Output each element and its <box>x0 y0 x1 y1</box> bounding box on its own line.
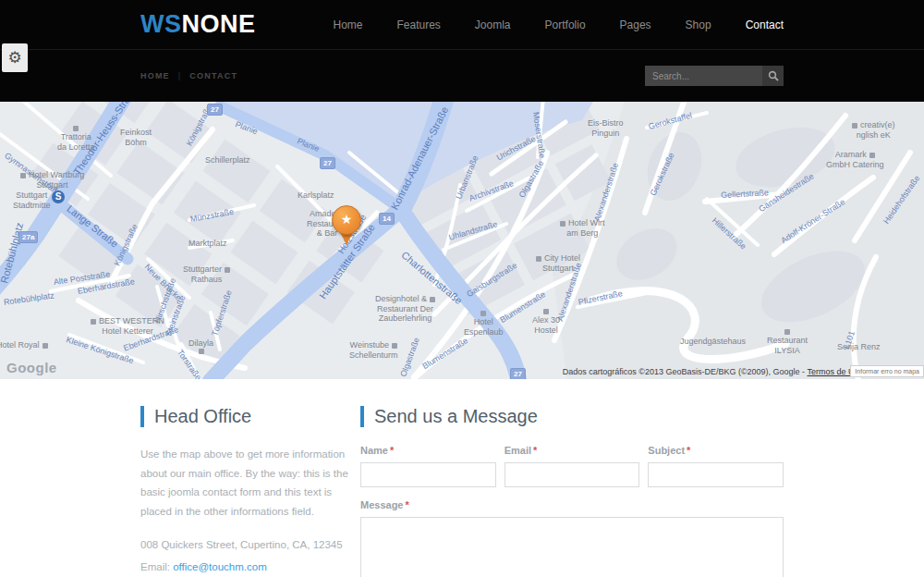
poi-label: Designhotel &Restaurant DerZauberlehrlin… <box>375 294 435 324</box>
message-field: Message* <box>360 499 784 577</box>
hotel-icon <box>91 319 96 325</box>
hotel-icon <box>560 221 565 227</box>
road-label: Gellertstraße <box>721 188 769 200</box>
main-nav: HomeFeaturesJoomlaPortfolioPagesShopCont… <box>333 18 784 31</box>
route-badge-27a: 27a <box>18 231 38 243</box>
road-label: Münzstraße <box>189 207 235 224</box>
office-address: 008 Quickers Street, Cupertino, CA, 1234… <box>140 534 347 556</box>
poi-label: Jugendgästehaus <box>680 337 746 347</box>
poi-label: HotelEspenlaub <box>464 311 504 337</box>
poi-label: Trattoriada Loretta <box>57 126 95 152</box>
hotel-icon <box>43 343 48 349</box>
name-field: Name* <box>360 445 496 487</box>
route-badge-27: 27 <box>320 157 335 169</box>
name-label: Name* <box>360 445 496 456</box>
name-input[interactable] <box>360 462 496 487</box>
poi-label: Hotel Royal <box>0 340 48 350</box>
office-email-line: Email: office@touchm.com <box>140 556 347 577</box>
hotel-icon <box>536 256 541 262</box>
road-label: Adolf-Kröner-Straße <box>779 197 846 245</box>
site-header: WSNONE HomeFeaturesJoomlaPortfolioPagesS… <box>0 0 924 102</box>
restaurant-icon <box>392 343 397 349</box>
road-label: Moserstraße <box>531 111 547 158</box>
required-asterisk: * <box>405 499 408 510</box>
map-marker-head-office[interactable]: ★ <box>332 205 361 235</box>
route-badge-14: 14 <box>379 213 395 225</box>
subject-label: Subject* <box>648 445 784 456</box>
poi-label: Hotel WartburgStuttgart <box>20 170 84 190</box>
hotel-icon <box>480 311 486 316</box>
restaurant-icon <box>73 126 79 131</box>
road-label: Lange Straße <box>65 203 120 249</box>
hotel-icon <box>543 309 549 314</box>
breadcrumb: HOME|CONTACT <box>140 71 237 80</box>
required-asterisk: * <box>390 445 394 456</box>
poi-label: Hotel Wirtam Berg <box>560 218 605 238</box>
email-input[interactable] <box>505 462 640 487</box>
road-label: Olgastraße <box>398 336 421 377</box>
road-label: Heidehofstraße <box>881 174 921 226</box>
poi-label: RestaurantILYSIA <box>767 329 808 355</box>
nav-item-home[interactable]: Home <box>333 18 362 31</box>
report-map-error-link[interactable]: Informar erro no mapa <box>850 365 924 377</box>
subject-input[interactable] <box>648 462 784 487</box>
email-label: Email* <box>505 445 640 456</box>
content-section: Head Office Use the map above to get mor… <box>0 379 924 577</box>
road-label: Planie <box>296 136 321 153</box>
restaurant-icon <box>784 329 790 335</box>
map-labels-layer: Theodor-Heuss-StraßeGymnasiumstraßeKönig… <box>0 102 924 379</box>
message-textarea[interactable] <box>360 517 784 577</box>
email-field: Email* <box>505 445 640 487</box>
town-hall-icon <box>225 267 230 273</box>
poi-label: Sonja Renz <box>837 342 881 352</box>
sbahn-logo: S <box>52 190 65 203</box>
required-asterisk: * <box>687 445 690 456</box>
restaurant-icon <box>869 153 875 158</box>
company-icon <box>852 123 857 129</box>
contact-form-column: Send us a Message Name*Email*Subject* Me… <box>360 406 784 577</box>
contact-form-title: Send us a Message <box>360 406 784 427</box>
road-label: Hillerstraße <box>711 215 748 251</box>
search-button[interactable] <box>762 66 784 86</box>
required-asterisk: * <box>533 445 537 456</box>
road-label: Rotebühlplatz <box>3 290 55 307</box>
poi-label: AramarkGmbH Catering <box>826 150 884 169</box>
google-map[interactable]: Theodor-Heuss-StraßeGymnasiumstraßeKönig… <box>0 102 924 379</box>
road-label: Uhlandstraße <box>448 219 499 242</box>
nav-item-joomla[interactable]: Joomla <box>475 18 511 31</box>
poi-label: Schillerplatz <box>205 155 250 166</box>
email-link[interactable]: office@touchm.com <box>173 561 267 572</box>
nav-item-features[interactable]: Features <box>397 18 441 31</box>
search-input[interactable] <box>645 66 762 86</box>
nav-item-shop[interactable]: Shop <box>686 18 711 31</box>
road-label: Urichstraße <box>495 134 538 163</box>
road-label: Planie <box>234 119 259 136</box>
message-label: Message* <box>360 499 784 510</box>
hotel-icon <box>430 297 435 302</box>
road-label: Gerokstraße <box>648 152 675 198</box>
breadcrumb-separator: | <box>178 71 182 80</box>
breadcrumb-item-contact[interactable]: CONTACT <box>189 71 237 80</box>
road-label: Olgastraße <box>517 159 546 200</box>
poi-label: City HotelStuttgart <box>536 253 580 273</box>
nav-item-portfolio[interactable]: Portfolio <box>545 18 586 31</box>
head-office-column: Head Office Use the map above to get mor… <box>140 406 360 577</box>
breadcrumb-item-home[interactable]: HOME <box>140 71 170 80</box>
road-label: Archivstraße <box>468 178 515 203</box>
route-badge-27: 27 <box>510 368 526 379</box>
road-label: Gaisburgstraße <box>465 261 518 299</box>
search-icon <box>768 70 779 81</box>
map-attribution: Dados cartográficos ©2013 GeoBasis-DE/BK… <box>563 367 863 376</box>
poi-label: Alex 30Hostel <box>532 309 560 335</box>
road-label: Konrad-Adenauer-Straße <box>389 104 451 212</box>
nav-item-contact[interactable]: Contact <box>746 18 784 31</box>
search-bar <box>645 66 784 86</box>
route-badge-27: 27 <box>207 104 223 116</box>
google-logo[interactable]: Google <box>6 360 57 375</box>
logo-part-none: NONE <box>182 10 256 38</box>
nav-item-pages[interactable]: Pages <box>620 18 651 31</box>
subject-field: Subject* <box>648 445 784 487</box>
settings-panel-toggle[interactable]: ⚙ <box>2 43 28 72</box>
gear-icon: ⚙ <box>7 48 21 68</box>
site-logo[interactable]: WSNONE <box>140 10 256 39</box>
